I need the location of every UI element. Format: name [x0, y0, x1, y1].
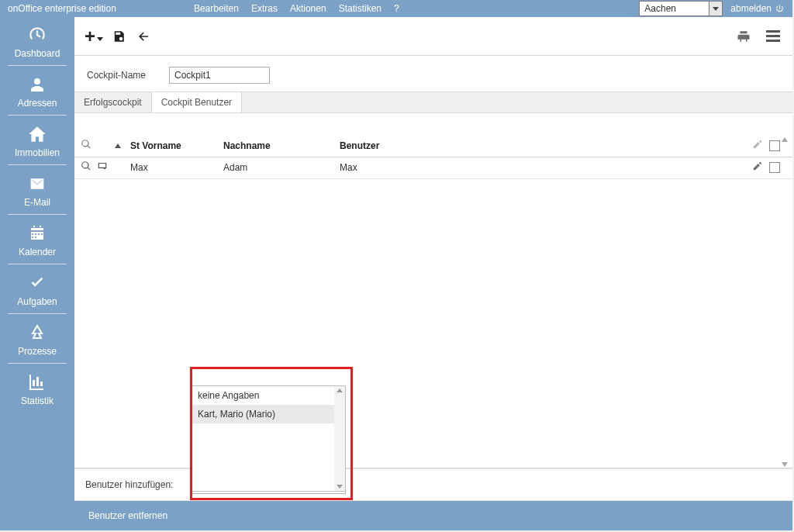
- sidebar-item-label: E-Mail: [24, 197, 50, 208]
- envelope-icon: [26, 174, 49, 194]
- main-sidebar: Dashboard Adressen Immobilien E-Mail Kal…: [0, 17, 74, 530]
- remove-user-button[interactable]: Benutzer entfernen: [74, 501, 792, 530]
- toolbar: +: [74, 17, 792, 56]
- top-menu-bar: onOffice enterprise edition Bearbeiten E…: [0, 0, 792, 17]
- vertical-scrollbar[interactable]: [780, 136, 789, 468]
- sidebar-item-label: Statistik: [21, 396, 54, 406]
- person-icon: [26, 74, 49, 95]
- power-icon: [775, 4, 785, 14]
- content-area: + Cockpit-Name Erfolgscockpit Cockpi: [74, 17, 792, 530]
- tab-erfolgscockpit[interactable]: Erfolgscockpit: [74, 92, 151, 112]
- office-select-value: Aachen: [639, 1, 709, 16]
- tab-bar: Erfolgscockpit Cockpit Benutzer: [74, 92, 792, 113]
- back-button[interactable]: [135, 28, 152, 45]
- menu-extras[interactable]: Extras: [251, 3, 278, 14]
- menu-bearbeiten[interactable]: Bearbeiten: [194, 3, 239, 14]
- cockpit-name-input[interactable]: [169, 67, 270, 84]
- cockpit-name-label: Cockpit-Name: [87, 70, 146, 81]
- check-icon: [26, 273, 49, 293]
- sidebar-item-immobilien[interactable]: Immobilien: [0, 116, 74, 166]
- cell-nachname: Adam: [219, 162, 335, 173]
- autocomplete-scrollbar[interactable]: [334, 386, 345, 491]
- logout-label: abmelden: [730, 3, 772, 14]
- chevron-down-icon[interactable]: [709, 1, 723, 16]
- sidebar-item-statistik[interactable]: Statistik: [0, 364, 74, 414]
- user-grid: St Vorname Nachname Benutzer Max Adam Ma…: [74, 136, 792, 468]
- calendar-icon: [26, 223, 49, 244]
- chart-icon: [26, 372, 49, 392]
- col-st-vorname[interactable]: St Vorname: [126, 140, 219, 151]
- autocomplete-option[interactable]: keine Angaben: [192, 386, 345, 405]
- sidebar-item-email[interactable]: E-Mail: [0, 166, 74, 216]
- detail-icon[interactable]: [96, 161, 109, 174]
- office-select[interactable]: Aachen: [639, 1, 723, 16]
- add-user-label: Benutzer hinzufügen:: [82, 479, 183, 490]
- sidebar-item-label: Dashboard: [15, 48, 60, 59]
- cell-benutzer: Max: [335, 162, 752, 173]
- save-button[interactable]: [110, 28, 127, 45]
- sidebar-item-label: Immobilien: [15, 147, 60, 158]
- col-edit-icon: [752, 139, 769, 152]
- search-icon[interactable]: [81, 139, 91, 152]
- user-autocomplete-popup: keine Angaben Kart, Mario (Mario): [191, 385, 346, 492]
- sidebar-item-label: Kalender: [19, 247, 56, 257]
- sidebar-item-label: Aufgaben: [17, 296, 57, 307]
- list-view-button[interactable]: [765, 28, 782, 45]
- sort-asc-icon[interactable]: [115, 143, 126, 148]
- col-benutzer[interactable]: Benutzer: [335, 140, 752, 151]
- new-button[interactable]: +: [85, 28, 102, 45]
- add-user-bar: Benutzer hinzufügen:: [74, 468, 792, 501]
- remove-user-label: Benutzer entfernen: [88, 510, 167, 521]
- sidebar-item-label: Prozesse: [18, 346, 57, 357]
- autocomplete-option[interactable]: Kart, Mario (Mario): [192, 405, 345, 423]
- col-nachname[interactable]: Nachname: [219, 140, 335, 151]
- print-button[interactable]: [735, 28, 752, 45]
- menu-aktionen[interactable]: Aktionen: [290, 3, 326, 14]
- table-row[interactable]: Max Adam Max: [74, 157, 792, 179]
- logout-link[interactable]: abmelden: [730, 3, 785, 14]
- cell-vorname: Max: [126, 162, 219, 173]
- tab-cockpit-benutzer[interactable]: Cockpit Benutzer: [151, 92, 242, 112]
- sidebar-item-dashboard[interactable]: Dashboard: [0, 17, 74, 67]
- branch-icon: [26, 323, 49, 343]
- grid-header-row: St Vorname Nachname Benutzer: [74, 136, 792, 157]
- menu-help[interactable]: ?: [394, 3, 399, 14]
- home-icon: [26, 124, 49, 144]
- sidebar-item-label: Adressen: [18, 98, 57, 109]
- sidebar-item-aufgaben[interactable]: Aufgaben: [0, 265, 74, 315]
- menu-statistiken[interactable]: Statistiken: [339, 3, 381, 14]
- product-title: onOffice enterprise edition: [8, 3, 116, 14]
- cockpit-name-row: Cockpit-Name: [74, 56, 792, 92]
- sidebar-item-prozesse[interactable]: Prozesse: [0, 315, 74, 364]
- search-icon[interactable]: [81, 161, 91, 174]
- edit-row-button[interactable]: [752, 161, 769, 174]
- sidebar-item-kalender[interactable]: Kalender: [0, 216, 74, 265]
- gauge-icon: [26, 25, 49, 45]
- sidebar-item-adressen[interactable]: Adressen: [0, 67, 74, 116]
